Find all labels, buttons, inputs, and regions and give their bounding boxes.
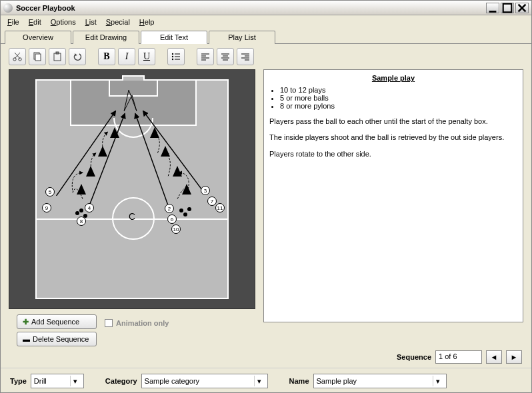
undo-button[interactable] <box>69 48 86 65</box>
ball-icon <box>79 208 83 212</box>
player-marker: 6 <box>167 214 177 224</box>
svg-rect-9 <box>35 54 41 61</box>
chevron-down-icon: ▾ <box>70 376 81 386</box>
svg-rect-10 <box>54 53 61 61</box>
name-label: Name <box>289 377 309 385</box>
cone-icon <box>161 146 170 157</box>
player-marker: 7 <box>207 196 217 206</box>
close-button[interactable] <box>515 3 529 13</box>
ball-icon <box>179 208 183 212</box>
svg-rect-11 <box>56 52 59 54</box>
minimize-button[interactable] <box>486 3 499 13</box>
play-paragraph: Players rotate to the other side. <box>269 149 517 159</box>
maximize-button[interactable] <box>501 3 514 13</box>
svg-point-13 <box>172 56 173 57</box>
menu-options[interactable]: Options <box>47 17 80 27</box>
svg-rect-1 <box>503 3 512 12</box>
paste-button[interactable] <box>49 48 66 65</box>
player-marker: 2 <box>165 204 174 213</box>
type-label: Type <box>10 377 27 385</box>
cone-icon <box>86 166 95 177</box>
window-title: Soccer Playbook <box>16 4 485 12</box>
menu-file[interactable]: File <box>3 17 23 27</box>
tab-edit-drawing[interactable]: Edit Drawing <box>73 31 139 44</box>
field-canvas[interactable]: 598426103711 C <box>9 69 255 309</box>
play-paragraph: The inside players shoot and the ball is… <box>269 133 517 142</box>
add-sequence-button[interactable]: ✚Add Sequence <box>17 314 97 329</box>
player-marker: 10 <box>171 224 181 234</box>
sequence-next-button[interactable]: ► <box>506 350 522 364</box>
player-marker: 4 <box>85 203 94 212</box>
player-marker: 5 <box>45 187 55 196</box>
center-label: C <box>129 211 135 222</box>
svg-point-14 <box>172 59 173 60</box>
cone-icon <box>150 127 159 138</box>
copy-button[interactable] <box>29 48 46 65</box>
tab-play-list[interactable]: Play List <box>209 31 275 44</box>
svg-line-33 <box>143 111 205 194</box>
player-marker: 9 <box>42 203 51 212</box>
tab-overview[interactable]: Overview <box>5 31 71 44</box>
menu-list[interactable]: List <box>81 17 101 27</box>
bold-button[interactable]: B <box>98 48 115 65</box>
menu-edit[interactable]: Edit <box>25 17 45 27</box>
player-marker: 11 <box>215 203 225 212</box>
play-bullet: 5 or more balls <box>280 94 517 102</box>
chevron-down-icon: ▾ <box>254 376 265 386</box>
ball-icon <box>83 214 87 218</box>
play-bullet: 10 to 12 plays <box>280 86 517 94</box>
cut-button[interactable] <box>9 48 26 65</box>
tab-edit-text[interactable]: Edit Text <box>141 31 207 44</box>
category-label: Category <box>105 377 137 385</box>
cone-icon <box>173 166 182 177</box>
ball-icon <box>183 212 187 216</box>
chevron-down-icon: ▾ <box>433 376 443 386</box>
play-paragraph: Players pass the ball to each other unti… <box>269 117 517 126</box>
menu-special[interactable]: Special <box>102 17 134 27</box>
italic-button[interactable]: I <box>118 48 135 65</box>
category-select[interactable]: Sample category▾ <box>141 374 268 388</box>
cone-icon <box>110 127 119 138</box>
play-title: Sample play <box>269 74 517 82</box>
play-text-panel[interactable]: Sample play 10 to 12 plays5 or more ball… <box>263 69 523 322</box>
ball-icon <box>187 207 191 211</box>
delete-sequence-button[interactable]: ▬Delete Sequence <box>17 332 97 346</box>
type-select[interactable]: Drill▾ <box>31 374 84 388</box>
app-icon <box>3 3 13 13</box>
align-right-button[interactable] <box>237 48 254 65</box>
sequence-label: Sequence <box>397 353 431 361</box>
player-marker: 3 <box>201 186 210 195</box>
ball-icon <box>75 211 79 215</box>
player-marker: 8 <box>77 216 86 226</box>
cone-icon <box>77 184 86 195</box>
align-center-button[interactable] <box>217 48 234 65</box>
play-bullet: 8 or more pylons <box>280 102 517 110</box>
svg-line-30 <box>89 114 125 206</box>
align-left-button[interactable] <box>197 48 214 65</box>
animation-only-checkbox[interactable] <box>105 319 113 327</box>
bullet-list-button[interactable] <box>167 48 185 65</box>
sequence-prev-button[interactable]: ◄ <box>486 350 502 364</box>
animation-only-label: Animation only <box>116 319 169 327</box>
underline-button[interactable]: U <box>138 48 155 65</box>
sequence-value[interactable]: 1 of 6 <box>435 350 482 364</box>
cone-icon <box>182 184 191 195</box>
name-select[interactable]: Sample play▾ <box>313 374 447 388</box>
svg-point-12 <box>172 53 173 55</box>
menu-help[interactable]: Help <box>135 17 159 27</box>
cone-icon <box>98 146 107 157</box>
